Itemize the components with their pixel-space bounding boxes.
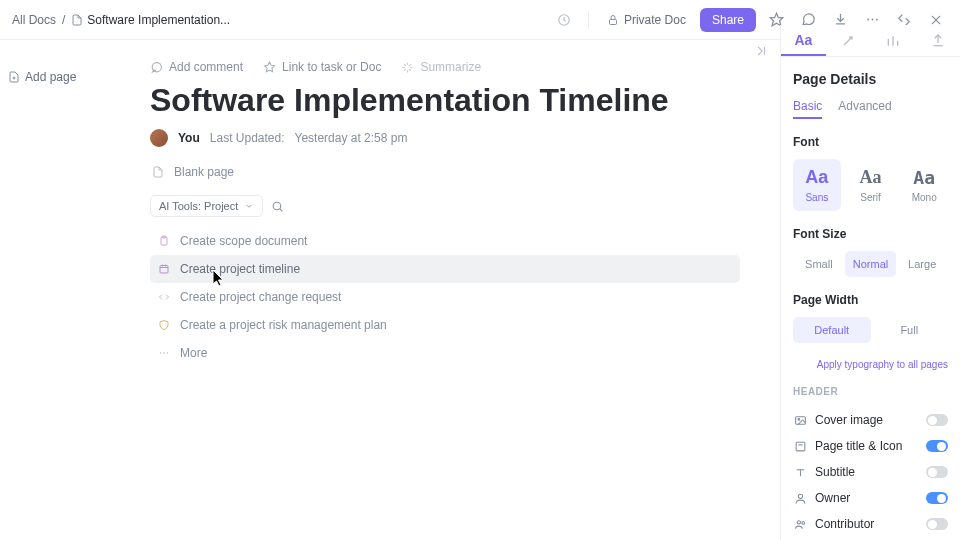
ai-item-project-timeline[interactable]: Create project timeline	[150, 255, 740, 283]
font-size-small[interactable]: Small	[793, 251, 845, 277]
undo-button[interactable]	[552, 8, 576, 32]
ai-tools-label: AI Tools: Project	[159, 200, 238, 212]
panel-top-tabs: Aa	[781, 25, 960, 57]
panel-tab-stats[interactable]	[871, 25, 916, 56]
code-icon	[158, 291, 170, 303]
svg-point-21	[167, 352, 169, 354]
doc-action-row: Add comment Link to task or Doc Summariz…	[150, 60, 740, 74]
font-size-large[interactable]: Large	[896, 251, 948, 277]
font-mono[interactable]: Aa Mono	[900, 159, 948, 211]
ai-item-label: More	[180, 346, 207, 360]
toggle-label: Page title & Icon	[815, 439, 902, 453]
toggle-label: Contributor	[815, 517, 874, 531]
add-comment-button[interactable]: Add comment	[150, 60, 243, 74]
toggle-switch[interactable]	[926, 414, 948, 426]
header-section-label: HEADER	[793, 386, 948, 397]
font-serif[interactable]: Aa Serif	[847, 159, 895, 211]
link-to-task-button[interactable]: Link to task or Doc	[263, 60, 381, 74]
svg-point-3	[867, 19, 869, 21]
panel-tab-typography[interactable]: Aa	[781, 25, 826, 56]
font-size-section-label: Font Size	[793, 227, 948, 241]
toggle-label: Owner	[815, 491, 850, 505]
share-button[interactable]: Share	[700, 8, 756, 32]
font-size-normal[interactable]: Normal	[845, 251, 897, 277]
comment-icon	[150, 61, 163, 74]
ai-search-button[interactable]	[271, 200, 284, 213]
breadcrumb-doc[interactable]: Software Implementation...	[71, 13, 230, 27]
lock-icon	[607, 14, 619, 26]
panel-tab-ai[interactable]	[826, 25, 871, 56]
page-width-default[interactable]: Default	[793, 317, 871, 343]
doc-meta-row: You Last Updated: Yesterday at 2:58 pm	[150, 129, 740, 147]
user-icon	[794, 492, 807, 505]
toggle-contributor[interactable]: Contributor	[793, 511, 948, 537]
text-icon	[794, 466, 807, 479]
font-serif-label: Serif	[860, 192, 881, 203]
undo-icon	[557, 13, 571, 27]
breadcrumb: All Docs / Software Implementation...	[12, 13, 230, 27]
font-sans[interactable]: Aa Sans	[793, 159, 841, 211]
blank-page-button[interactable]: Blank page	[150, 165, 740, 179]
ai-item-label: Create project timeline	[180, 262, 300, 276]
page-width-options: Default Full	[793, 317, 948, 343]
svg-point-30	[801, 521, 804, 524]
topbar-divider	[588, 11, 589, 29]
toggle-page-title-icon[interactable]: Page title & Icon	[793, 433, 948, 459]
ai-tools-dropdown[interactable]: AI Tools: Project	[150, 195, 263, 217]
wand-icon	[840, 33, 856, 49]
page-title[interactable]: Software Implementation Timeline	[150, 82, 740, 119]
toggle-label: Cover image	[815, 413, 883, 427]
ai-item-change-request[interactable]: Create project change request	[150, 283, 740, 311]
author-avatar[interactable]	[150, 129, 168, 147]
font-sans-label: Sans	[805, 192, 828, 203]
ai-item-label: Create a project risk management plan	[180, 318, 387, 332]
sparkle-icon	[401, 61, 414, 74]
breadcrumb-separator: /	[62, 13, 65, 27]
svg-point-19	[160, 352, 162, 354]
ai-item-more[interactable]: More	[150, 339, 740, 367]
tab-basic[interactable]: Basic	[793, 99, 822, 119]
toggle-switch[interactable]	[926, 518, 948, 530]
title-icon	[794, 440, 807, 453]
page-icon	[152, 166, 164, 178]
toggle-switch[interactable]	[926, 466, 948, 478]
panel-sub-tabs: Basic Advanced	[793, 99, 948, 119]
updated-value: Yesterday at 2:58 pm	[295, 131, 408, 145]
toggle-subtitle[interactable]: Subtitle	[793, 459, 948, 485]
stats-icon	[885, 33, 901, 49]
svg-rect-24	[796, 442, 805, 451]
apply-typography-link[interactable]: Apply typography to all pages	[793, 359, 948, 370]
ai-item-scope-doc[interactable]: Create scope document	[150, 227, 740, 255]
svg-rect-15	[160, 266, 168, 274]
toggle-switch[interactable]	[926, 440, 948, 452]
tab-advanced[interactable]: Advanced	[838, 99, 891, 119]
breadcrumb-root[interactable]: All Docs	[12, 13, 56, 27]
ai-item-risk-plan[interactable]: Create a project risk management plan	[150, 311, 740, 339]
font-size-options: Small Normal Large	[793, 251, 948, 277]
font-serif-glyph: Aa	[860, 167, 882, 188]
add-comment-label: Add comment	[169, 60, 243, 74]
link-icon	[263, 61, 276, 74]
link-to-task-label: Link to task or Doc	[282, 60, 381, 74]
toggle-cover-image[interactable]: Cover image	[793, 407, 948, 433]
calendar-icon	[158, 263, 170, 275]
shield-icon	[158, 319, 170, 331]
page-width-full[interactable]: Full	[871, 317, 949, 343]
panel-tab-export[interactable]	[915, 25, 960, 56]
export-icon	[930, 33, 946, 49]
svg-point-20	[163, 352, 165, 354]
updated-label: Last Updated:	[210, 131, 285, 145]
font-options: Aa Sans Aa Serif Aa Mono	[793, 159, 948, 211]
more-icon	[158, 347, 170, 359]
panel-title: Page Details	[793, 71, 948, 87]
clipboard-icon	[158, 235, 170, 247]
svg-point-4	[871, 19, 873, 21]
summarize-button[interactable]: Summarize	[401, 60, 481, 74]
toggle-switch[interactable]	[926, 492, 948, 504]
ai-item-label: Create project change request	[180, 290, 341, 304]
toggle-label: Subtitle	[815, 465, 855, 479]
toggle-owner[interactable]: Owner	[793, 485, 948, 511]
private-doc-button[interactable]: Private Doc	[601, 9, 692, 31]
svg-marker-2	[770, 13, 783, 26]
main-content: Add comment Link to task or Doc Summariz…	[0, 40, 780, 540]
